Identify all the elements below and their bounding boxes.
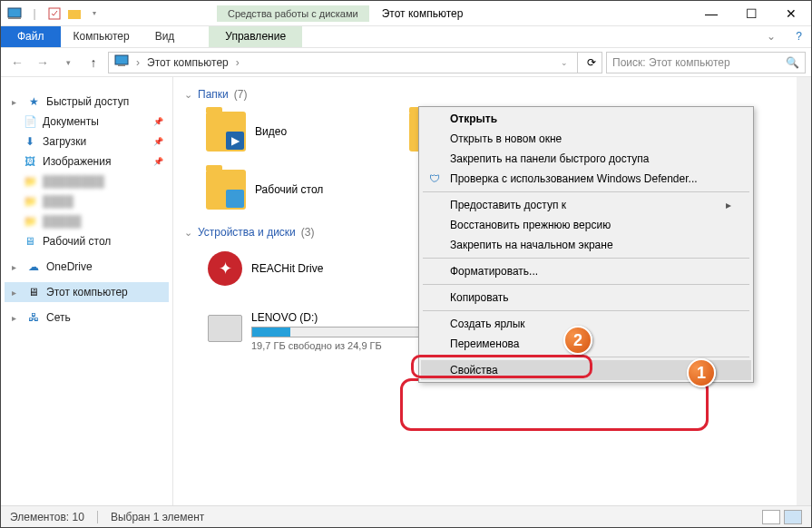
menu-properties[interactable]: Свойства [421,360,751,380]
tab-computer[interactable]: Компьютер [61,26,142,47]
folder-desktop[interactable]: Рабочий стол [202,166,384,213]
menu-create-shortcut[interactable]: Создать ярлык [421,314,751,334]
divider-icon: | [26,5,43,22]
menu-label: Предоставить доступ к [450,199,566,211]
menu-label: Закрепить на начальном экране [450,239,613,251]
refresh-icon[interactable]: ⟳ [587,56,596,69]
window-controls: — ☐ ✕ [691,1,811,26]
menu-restore-version[interactable]: Восстановить прежнюю версию [421,215,751,235]
svg-rect-5 [118,64,125,66]
new-folder-qat-icon[interactable] [66,5,83,22]
menu-pin-quick-access[interactable]: Закрепить на панели быстрого доступа [421,149,751,169]
sidebar-item-label: Загрузки [43,135,86,148]
menu-label: Создать ярлык [450,318,525,330]
breadcrumb[interactable]: Этот компьютер [147,56,229,69]
svg-rect-4 [115,55,128,64]
pin-icon: 📌 [153,117,163,126]
group-label: Устройства и диски [198,226,296,239]
close-button[interactable]: ✕ [771,1,811,26]
menu-label: Проверка с использованием Windows Defend… [450,172,698,185]
scrollbar[interactable] [797,77,811,505]
sidebar-item[interactable]: 📁█████ [5,211,169,231]
sidebar-item[interactable]: 📁████████ [5,171,169,191]
sidebar-onedrive[interactable]: ▸☁OneDrive [5,257,169,277]
menu-label: Переименова [450,337,520,350]
up-button[interactable]: ↑ [83,52,104,73]
ribbon-collapse-icon[interactable]: ⌄ [756,26,787,47]
sidebar-item[interactable]: 📁████ [5,191,169,211]
folder-label: Рабочий стол [255,183,323,196]
menu-copy[interactable]: Копировать [421,288,751,308]
history-dropdown-icon[interactable]: ⌄ [561,58,568,67]
menu-label: Форматировать... [450,265,538,278]
file-tab[interactable]: Файл [1,26,61,47]
submenu-arrow-icon: ▸ [726,199,731,211]
menu-format[interactable]: Форматировать... [421,261,751,281]
sidebar-item-label: Быстрый доступ [46,95,129,108]
sidebar-item-label: Этот компьютер [46,286,128,298]
menu-label: Открыть в новом окне [450,132,562,145]
address-bar: ← → ▾ ↑ › Этот компьютер › ⌄ ⟳ Поиск: Эт… [1,48,811,77]
svg-rect-1 [8,17,21,19]
group-label: Папки [198,88,229,101]
pc-icon: 🖥 [26,285,41,299]
back-button[interactable]: ← [6,52,28,73]
folder-icon [206,170,246,210]
sidebar-quick-access[interactable]: ▸★ Быстрый доступ [5,92,169,112]
sidebar-desktop[interactable]: 🖥Рабочий стол [5,231,169,251]
document-icon: 📄 [23,114,37,129]
qat-dropdown-icon[interactable]: ▾ [86,5,103,22]
maximize-button[interactable]: ☐ [731,1,771,26]
drive-icon [208,315,242,342]
menu-open-new-window[interactable]: Открыть в новом окне [421,129,751,149]
menu-share-access[interactable]: Предоставить доступ к▸ [421,195,751,215]
menu-label: Открыть [450,112,497,125]
menu-open[interactable]: Открыть [421,109,751,129]
folder-icon: ▶ [206,112,246,152]
forward-button: → [32,52,54,73]
drive-label: REACHit Drive [251,262,323,275]
reachit-icon: ✦ [208,251,242,286]
context-menu: Открыть Открыть в новом окне Закрепить н… [418,106,754,383]
picture-icon: 🖼 [23,154,37,169]
help-icon[interactable]: ? [787,26,811,47]
chevron-down-icon: ⌄ [184,89,192,101]
quick-access-toolbar: | ▾ [1,5,108,22]
sidebar-documents[interactable]: 📄Документы📌 [5,112,169,132]
minimize-button[interactable]: — [691,1,731,26]
menu-label: Закрепить на панели быстрого доступа [450,152,650,165]
svg-rect-3 [68,10,81,19]
view-switcher [762,510,802,524]
address-box[interactable]: › Этот компьютер › ⌄ ⟳ [108,52,602,73]
properties-qat-icon[interactable] [46,5,63,22]
tab-manage[interactable]: Управление [209,26,302,47]
explorer-icon [6,5,23,22]
sidebar-this-pc[interactable]: ▸🖥Этот компьютер [5,282,169,302]
sidebar-network[interactable]: ▸🖧Сеть [5,308,169,328]
view-tiles-button[interactable] [784,510,802,524]
group-count: (3) [301,226,315,239]
chevron-down-icon: ⌄ [184,227,192,239]
folder-video[interactable]: ▶ Видео [202,108,384,155]
recent-dropdown-icon[interactable]: ▾ [57,52,79,73]
capacity-bar [251,327,433,337]
status-item-count: Элементов: 10 [10,511,84,523]
menu-rename[interactable]: Переименова [421,334,751,354]
breadcrumb-sep-icon[interactable]: › [136,56,140,69]
menu-pin-start[interactable]: Закрепить на начальном экране [421,235,751,255]
breadcrumb-sep-icon[interactable]: › [236,56,240,69]
sidebar-downloads[interactable]: ⬇Загрузки📌 [5,132,169,152]
drive-reachit[interactable]: ✦ REACHit Drive [202,246,438,291]
tab-view[interactable]: Вид [142,26,188,47]
view-details-button[interactable] [762,510,780,524]
search-placeholder: Поиск: Этот компьютер [612,56,730,69]
search-icon[interactable]: 🔍 [786,56,799,69]
ribbon-tabs: Файл Компьютер Вид Управление ⌄ ? [1,26,811,48]
search-input[interactable]: Поиск: Этот компьютер 🔍 [606,52,806,73]
menu-defender-scan[interactable]: 🛡Проверка с использованием Windows Defen… [421,169,751,189]
sidebar-item-label: Сеть [46,311,71,324]
drive-d[interactable]: LENOVO (D:) 19,7 ГБ свободно из 24,9 ГБ [202,306,438,357]
pin-icon: 📌 [153,137,163,146]
sidebar-pictures[interactable]: 🖼Изображения📌 [5,152,169,171]
group-folders-header[interactable]: ⌄ Папки (7) [184,88,800,101]
